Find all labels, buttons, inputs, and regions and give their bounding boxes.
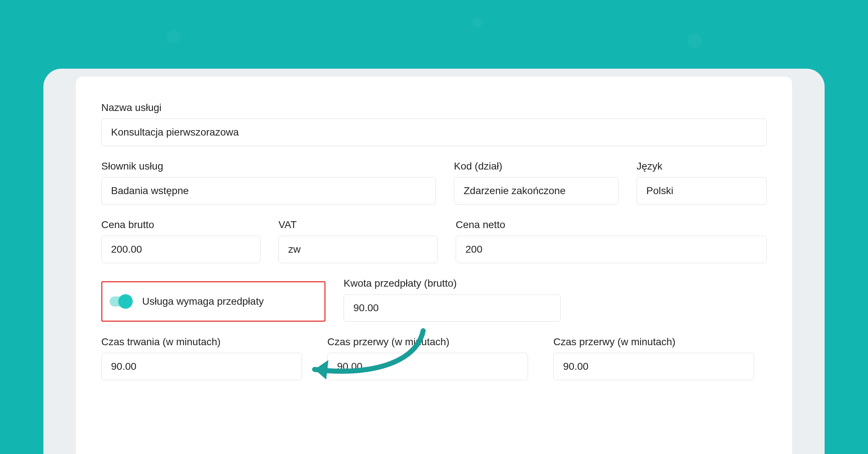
price-net-label: Cena netto: [456, 219, 767, 231]
duration-input[interactable]: [101, 353, 302, 380]
field-group-dictionary: Słownik usług: [101, 160, 436, 205]
field-group-price-gross: Cena brutto: [101, 219, 260, 263]
toggle-knob-icon: [118, 294, 133, 309]
service-name-label: Nazwa usługi: [101, 102, 767, 113]
prepay-amount-input[interactable]: [344, 294, 561, 322]
field-group-duration: Czas trwania (w minutach): [101, 336, 302, 380]
row-dictionary-code-language: Słownik usług Kod (dział) Język: [101, 160, 767, 205]
break-1-input[interactable]: [327, 353, 528, 380]
duration-label: Czas trwania (w minutach): [101, 336, 302, 348]
field-group-break-1: Czas przerwy (w minutach): [327, 336, 528, 380]
price-gross-label: Cena brutto: [101, 219, 260, 231]
row-prepayment: Usługa wymaga przedpłaty Kwota przedpłat…: [101, 278, 767, 322]
language-label: Język: [637, 160, 767, 172]
code-label: Kod (dział): [454, 160, 618, 172]
field-group-price-net: Cena netto: [456, 219, 767, 263]
dictionary-input[interactable]: [101, 177, 436, 205]
field-group-vat: VAT: [278, 219, 438, 263]
dictionary-label: Słownik usług: [101, 160, 436, 172]
field-group-break-2: Czas przerwy (w minutach): [553, 336, 754, 380]
break-2-input[interactable]: [553, 353, 754, 380]
field-group-service-name: Nazwa usługi: [101, 102, 767, 146]
break-2-label: Czas przerwy (w minutach): [553, 336, 754, 348]
price-net-input[interactable]: [456, 236, 767, 263]
service-form-card: Nazwa usługi Słownik usług Kod (dział) J…: [76, 77, 792, 454]
language-input[interactable]: [637, 177, 767, 205]
prepay-amount-label: Kwota przedpłaty (brutto): [344, 278, 561, 289]
vat-label: VAT: [278, 219, 438, 231]
prepay-required-toggle[interactable]: [110, 296, 132, 307]
code-input[interactable]: [454, 177, 618, 205]
row-durations: Czas trwania (w minutach) Czas przerwy (…: [101, 336, 767, 380]
field-group-language: Język: [637, 160, 767, 205]
field-group-prepay-amount: Kwota przedpłaty (brutto): [344, 278, 561, 322]
service-name-input[interactable]: [101, 119, 767, 146]
prepay-required-toggle-label: Usługa wymaga przedpłaty: [142, 296, 264, 307]
price-gross-input[interactable]: [101, 236, 260, 263]
break-1-label: Czas przerwy (w minutach): [327, 336, 528, 348]
prepay-toggle-highlight-box: Usługa wymaga przedpłaty: [101, 281, 326, 322]
field-group-code: Kod (dział): [454, 160, 618, 205]
vat-input[interactable]: [278, 236, 438, 263]
row-prices: Cena brutto VAT Cena netto: [101, 219, 767, 263]
